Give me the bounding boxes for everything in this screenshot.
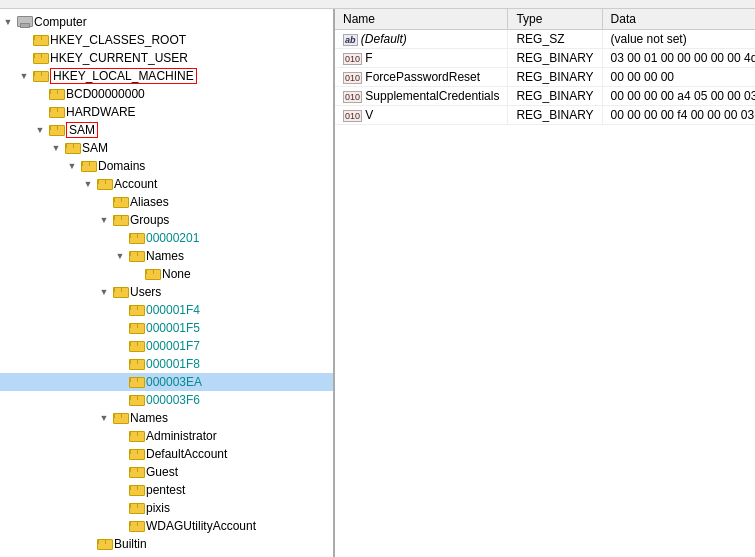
tree-item-computer[interactable]: ▼Computer — [0, 13, 333, 31]
folder-icon — [128, 465, 144, 479]
tree-item-names_g[interactable]: ▼Names — [0, 247, 333, 265]
tree-item-pixis[interactable]: pixis — [0, 499, 333, 517]
tree-expander[interactable]: ▼ — [16, 68, 32, 84]
col-type: Type — [508, 9, 602, 30]
tree-label-pentest: pentest — [146, 483, 185, 497]
tree-item-hardware[interactable]: HARDWARE — [0, 103, 333, 121]
tree-item-u1f5[interactable]: 000001F5 — [0, 319, 333, 337]
tree-label-u1f5: 000001F5 — [146, 321, 200, 335]
tree-item-sam_top[interactable]: ▼SAM — [0, 121, 333, 139]
folder-icon — [32, 69, 48, 83]
folder-icon — [80, 159, 96, 173]
cell-data: 03 00 01 00 00 00 00 00 4d — [602, 49, 755, 68]
tree-item-hklm[interactable]: ▼HKEY_LOCAL_MACHINE — [0, 67, 333, 85]
folder-icon — [128, 231, 144, 245]
table-row[interactable]: ab (Default)REG_SZ(value not set) — [335, 30, 755, 49]
folder-icon — [128, 357, 144, 371]
tree-item-aliases[interactable]: Aliases — [0, 193, 333, 211]
tree-label-hkcr: HKEY_CLASSES_ROOT — [50, 33, 186, 47]
tree-label-g00000201: 00000201 — [146, 231, 199, 245]
tree-item-admin[interactable]: Administrator — [0, 427, 333, 445]
tree-item-bcd[interactable]: BCD00000000 — [0, 85, 333, 103]
tree-item-wdag[interactable]: WDAGUtilityAccount — [0, 517, 333, 535]
table-row[interactable]: 010 VREG_BINARY00 00 00 00 f4 00 00 00 0… — [335, 106, 755, 125]
tree-item-account[interactable]: ▼Account — [0, 175, 333, 193]
tree-expander[interactable]: ▼ — [112, 248, 128, 264]
folder-icon — [128, 429, 144, 443]
tree-item-hkcr[interactable]: HKEY_CLASSES_ROOT — [0, 31, 333, 49]
tree-item-names_u[interactable]: ▼Names — [0, 409, 333, 427]
tree-label-bcd: BCD00000000 — [66, 87, 145, 101]
tree-label-groups: Groups — [130, 213, 169, 227]
tree-expander[interactable]: ▼ — [32, 122, 48, 138]
cell-type: REG_SZ — [508, 30, 602, 49]
folder-icon — [64, 141, 80, 155]
tree-label-aliases: Aliases — [130, 195, 169, 209]
cell-name: ab (Default) — [335, 30, 508, 49]
tree-expander[interactable]: ▼ — [64, 158, 80, 174]
tree-item-u1f8[interactable]: 000001F8 — [0, 355, 333, 373]
table-header-row: Name Type Data — [335, 9, 755, 30]
tree-expander[interactable]: ▼ — [96, 284, 112, 300]
tree-label-u3ea: 000003EA — [146, 375, 202, 389]
tree-label-builtin: Builtin — [114, 537, 147, 551]
table-row[interactable]: 010 ForcePasswordResetREG_BINARY00 00 00… — [335, 68, 755, 87]
tree-item-groups[interactable]: ▼Groups — [0, 211, 333, 229]
col-data: Data — [602, 9, 755, 30]
table-row[interactable]: 010 SupplementalCredentialsREG_BINARY00 … — [335, 87, 755, 106]
tree-expander[interactable]: ▼ — [80, 176, 96, 192]
tree-label-hklm: HKEY_LOCAL_MACHINE — [50, 68, 197, 84]
folder-icon — [32, 51, 48, 65]
folder-icon — [128, 303, 144, 317]
tree-item-g00000201[interactable]: 00000201 — [0, 229, 333, 247]
tree-label-domains: Domains — [98, 159, 145, 173]
tree-item-pentest[interactable]: pentest — [0, 481, 333, 499]
folder-icon — [96, 537, 112, 551]
tree-label-u1f4: 000001F4 — [146, 303, 200, 317]
tree-item-hkcu[interactable]: HKEY_CURRENT_USER — [0, 49, 333, 67]
cell-type: REG_BINARY — [508, 87, 602, 106]
table-row[interactable]: 010 FREG_BINARY03 00 01 00 00 00 00 00 4… — [335, 49, 755, 68]
folder-icon — [96, 177, 112, 191]
value-pane: Name Type Data ab (Default)REG_SZ(value … — [335, 9, 755, 557]
folder-icon — [32, 33, 48, 47]
folder-icon — [112, 285, 128, 299]
tree-expander[interactable]: ▼ — [48, 140, 64, 156]
tree-expander[interactable]: ▼ — [96, 212, 112, 228]
tree-label-none: None — [162, 267, 191, 281]
binary-icon: 010 — [343, 91, 362, 103]
tree-expander[interactable]: ▼ — [96, 410, 112, 426]
tree-label-computer: Computer — [34, 15, 87, 29]
tree-item-u3f6[interactable]: 000003F6 — [0, 391, 333, 409]
tree-item-none[interactable]: None — [0, 265, 333, 283]
tree-item-defacct[interactable]: DefaultAccount — [0, 445, 333, 463]
binary-icon: 010 — [343, 72, 362, 84]
cell-data: 00 00 00 00 f4 00 00 00 03 — [602, 106, 755, 125]
folder-icon — [128, 447, 144, 461]
cell-data: 00 00 00 00 a4 05 00 00 03 — [602, 87, 755, 106]
tree-item-sam_sub[interactable]: ▼SAM — [0, 139, 333, 157]
tree-label-wdag: WDAGUtilityAccount — [146, 519, 256, 533]
tree-label-sam_sub: SAM — [82, 141, 108, 155]
tree-item-u1f7[interactable]: 000001F7 — [0, 337, 333, 355]
cell-name: 010 F — [335, 49, 508, 68]
tree-item-users[interactable]: ▼Users — [0, 283, 333, 301]
tree-item-u3ea[interactable]: 000003EA — [0, 373, 333, 391]
folder-icon — [128, 249, 144, 263]
tree-label-u1f7: 000001F7 — [146, 339, 200, 353]
folder-icon — [128, 375, 144, 389]
cell-data: (value not set) — [602, 30, 755, 49]
cell-type: REG_BINARY — [508, 68, 602, 87]
registry-table: Name Type Data ab (Default)REG_SZ(value … — [335, 9, 755, 125]
tree-label-pixis: pixis — [146, 501, 170, 515]
folder-icon — [48, 105, 64, 119]
tree-expander[interactable]: ▼ — [0, 14, 16, 30]
tree-item-domains[interactable]: ▼Domains — [0, 157, 333, 175]
tree-label-admin: Administrator — [146, 429, 217, 443]
tree-pane[interactable]: ▼ComputerHKEY_CLASSES_ROOTHKEY_CURRENT_U… — [0, 9, 335, 557]
tree-item-guest[interactable]: Guest — [0, 463, 333, 481]
tree-item-u1f4[interactable]: 000001F4 — [0, 301, 333, 319]
tree-label-users: Users — [130, 285, 161, 299]
folder-icon — [128, 393, 144, 407]
tree-item-builtin[interactable]: Builtin — [0, 535, 333, 553]
